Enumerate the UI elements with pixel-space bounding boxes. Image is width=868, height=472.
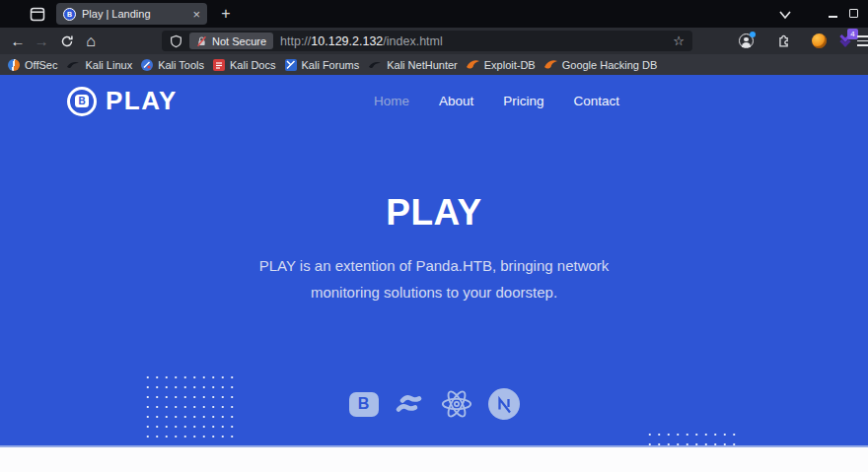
menu-hamburger-icon[interactable] [857, 35, 868, 49]
not-secure-label: Not Secure [212, 35, 266, 47]
exploit-db-bird-icon [467, 59, 479, 70]
bookmark-kali-nethunter[interactable]: Kali NetHunter [368, 59, 458, 71]
account-notification-dot [750, 32, 756, 37]
url-bar[interactable]: Not Secure http://10.129.2.132/index.htm… [162, 31, 692, 51]
insecure-lock-icon [196, 35, 207, 47]
url-scheme: http:// [280, 34, 311, 48]
hero-subtitle-line2: monitoring solutions to your doorstep. [0, 279, 868, 305]
back-button[interactable]: ← [6, 28, 30, 54]
kali-dragon-icon [368, 59, 382, 71]
hero-subtitle-line1: PLAY is an extention of Panda.HTB, bring… [0, 252, 868, 279]
bookmark-offsec[interactable]: OffSec [8, 59, 57, 71]
nav-link-home[interactable]: Home [374, 94, 409, 108]
url-path: /index.html [383, 34, 442, 48]
dot-pattern-right [645, 430, 738, 447]
maximize-button[interactable] [849, 9, 858, 18]
firefox-view-icon [30, 7, 45, 22]
tab-close-button[interactable]: × [192, 8, 200, 21]
react-icon [440, 387, 473, 421]
browser-window: B Play | Landing × + ← → ⌂ Not Secure ht… [0, 0, 868, 472]
brand-name: PLAY [106, 86, 178, 116]
ghdb-bird-icon [544, 59, 557, 70]
shield-permissions-icon[interactable] [170, 34, 182, 48]
bookmark-kali-docs[interactable]: Kali Docs [213, 59, 275, 71]
offsec-icon [8, 59, 20, 71]
hero-title: PLAY [0, 192, 868, 234]
not-secure-badge[interactable]: Not Secure [189, 33, 273, 49]
bootstrap-circle-logo-icon: B [67, 87, 97, 116]
home-button[interactable]: ⌂ [79, 28, 103, 54]
bookmarks-bar: OffSec Kali Linux Kali Tools Kali Docs K… [0, 54, 868, 75]
tab-bar: B Play | Landing × + [0, 0, 868, 28]
reload-button[interactable] [55, 28, 79, 54]
url-host: 10.129.2.132 [311, 34, 383, 48]
extensions-puzzle-icon[interactable] [776, 33, 793, 49]
bookmark-exploit-db[interactable]: Exploit-DB [467, 59, 536, 71]
bookmark-kali-tools[interactable]: Kali Tools [141, 59, 204, 71]
kali-tools-icon [141, 59, 153, 71]
tech-stack-row: B [0, 386, 868, 422]
proxy-extension-icon[interactable] [812, 34, 827, 48]
kali-dragon-icon [66, 59, 80, 71]
bookmark-google-hacking-db[interactable]: Google Hacking DB [544, 59, 658, 71]
new-tab-button[interactable]: + [215, 3, 237, 25]
reload-icon [60, 34, 74, 48]
hero-subtitle: PLAY is an extention of Panda.HTB, bring… [0, 252, 868, 305]
tailwind-icon [394, 393, 425, 415]
kali-docs-icon [213, 59, 225, 71]
site-logo[interactable]: B PLAY [67, 86, 178, 116]
nav-link-about[interactable]: About [439, 94, 473, 108]
page-content: B PLAY Home About Pricing Contact PLAY P… [0, 75, 868, 447]
navigation-toolbar: ← → ⌂ Not Secure http://10.129.2.132/ind… [0, 28, 868, 54]
minimize-button[interactable] [829, 16, 837, 18]
forward-button[interactable]: → [30, 28, 53, 54]
bookmark-star-icon[interactable]: ☆ [673, 34, 685, 48]
below-page-background [0, 449, 868, 472]
logo-letter: B [75, 95, 89, 107]
tab-title: Play | Landing [82, 8, 186, 20]
bookmark-kali-linux[interactable]: Kali Linux [66, 59, 132, 71]
bookmark-kali-forums[interactable]: Kali Forums [285, 59, 360, 71]
nav-link-contact[interactable]: Contact [574, 94, 620, 108]
browser-tab[interactable]: B Play | Landing × [56, 3, 207, 25]
url-text: http://10.129.2.132/index.html [280, 34, 666, 48]
nextjs-icon [488, 388, 520, 420]
nav-link-pricing[interactable]: Pricing [503, 94, 543, 108]
site-navigation: Home About Pricing Contact [374, 94, 619, 108]
tab-list-chevron-icon[interactable] [778, 7, 794, 21]
kali-forums-icon [285, 59, 297, 71]
bootstrap-icon: B [349, 392, 379, 417]
firefox-view-button[interactable] [29, 6, 46, 22]
site-favicon: B [63, 8, 76, 21]
blocker-extension-icon[interactable]: 4 [838, 32, 854, 49]
